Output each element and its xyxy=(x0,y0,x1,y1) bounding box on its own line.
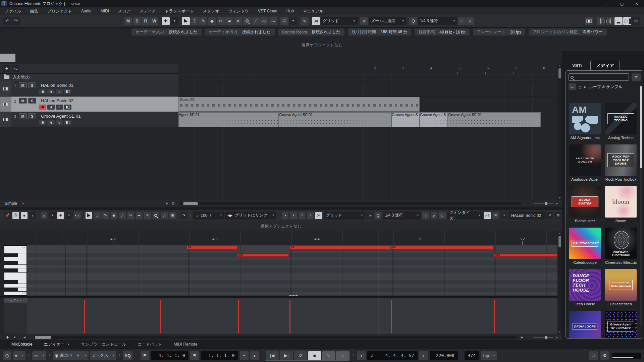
controller-lane-selector[interactable]: ベロシティー xyxy=(4,298,27,303)
zoom-out-icon[interactable]: − xyxy=(530,336,533,340)
drum-part[interactable]: Agent SE 01 xyxy=(178,112,279,127)
automation-button[interactable]: R xyxy=(142,17,150,25)
scroll-down-arrow[interactable]: ▼ xyxy=(557,331,562,333)
drum-part[interactable]: Groove Agent SE 01 xyxy=(448,112,541,127)
autoscroll-options-caret[interactable]: ▼ xyxy=(170,17,178,25)
lower-zone-toggle[interactable]: ▂ xyxy=(614,17,623,25)
info-segment[interactable]: Control Room 接続されました xyxy=(278,28,344,36)
line-tool[interactable]: ∕ xyxy=(252,17,260,25)
midi-record-quantize-dropdown[interactable]: ミックス▼ xyxy=(90,351,116,360)
midi-note[interactable]: C4 xyxy=(391,246,493,249)
instrument-icon[interactable] xyxy=(64,89,71,94)
tile-artwork[interactable]: Groove Agent SE LIBRARY xyxy=(605,311,637,339)
mute-button[interactable]: M xyxy=(19,98,27,104)
editor-line-tool[interactable]: ∕ xyxy=(161,212,168,219)
quantize-icon[interactable]: Q xyxy=(409,17,417,25)
editor-autoscroll-button[interactable]: ✚ xyxy=(57,212,64,219)
editor-playhead[interactable] xyxy=(378,231,378,334)
media-tile[interactable]: ROCK POP TOOLBOX DRUMS Rock Pop Toolbox xyxy=(605,144,637,181)
show-note-expression-icon[interactable]: ⌂ xyxy=(41,212,47,219)
close-lower-zone-icon[interactable]: ✕ xyxy=(3,0,6,4)
iterative-quantize-icon[interactable]: ⑂ xyxy=(458,17,466,25)
editor-mute-tool[interactable]: ✕ xyxy=(144,212,151,219)
mute-button[interactable]: M xyxy=(19,82,27,88)
project-horizontal-scrollbar[interactable] xyxy=(180,202,522,205)
info-segment[interactable]: プロジェクトのパン補正 均等パワー xyxy=(529,28,607,36)
media-tile[interactable]: DANCE FLOOR TECH HOUSE Tech House xyxy=(569,269,601,306)
instrument-icon[interactable] xyxy=(64,105,71,110)
menu-item[interactable]: スタジオ xyxy=(203,8,219,14)
show-part-borders-toggle[interactable]: ⌐¶ xyxy=(484,212,491,219)
tile-artwork[interactable]: AM xyxy=(569,103,601,134)
project-overview-thumb[interactable] xyxy=(0,54,15,62)
media-tile[interactable]: DRUM LOOPS xyxy=(569,311,601,339)
right-zone-toggle[interactable]: ▢▐ xyxy=(623,17,631,25)
drum-part[interactable]: Groove Agent SE 01 xyxy=(279,112,391,127)
close-button[interactable]: ✕ xyxy=(629,0,644,7)
piano-key[interactable] xyxy=(4,288,26,291)
scroll-down-arrow[interactable]: ▼ xyxy=(557,197,562,199)
midi-note[interactable]: C4 xyxy=(187,246,237,249)
transport-setup-gear-icon[interactable]: ⚙ xyxy=(600,351,609,360)
show-part-borders-icon[interactable]: ▣ xyxy=(169,212,176,219)
editor-quantize-panel-button[interactable]: e xyxy=(431,212,437,219)
menu-item[interactable]: トランスポート xyxy=(165,8,194,14)
editor-snap-toggle[interactable]: ⋊ xyxy=(315,212,322,219)
record-enable-button[interactable] xyxy=(39,105,46,110)
midi-note[interactable]: C4 xyxy=(289,246,390,249)
editor-glue-tool[interactable]: ▰ xyxy=(136,212,143,219)
editor-range-tool[interactable]: ⌶ xyxy=(94,212,101,219)
add-track-button[interactable]: ✚ xyxy=(3,65,10,72)
track-row[interactable]: 2 M S HALion Sonic 02 e xyxy=(0,97,178,112)
go-to-left-locator-button[interactable]: ⚑ xyxy=(141,351,149,360)
tab-caret-icon[interactable]: ▼ xyxy=(67,343,70,346)
scroll-up-arrow[interactable]: ▲ xyxy=(557,232,562,234)
acoustic-feedback-icon[interactable]: ◑ xyxy=(29,212,36,219)
automation-button[interactable]: S xyxy=(133,17,141,25)
media-tile[interactable]: ANALOGUE WONDER Analogue W...er xyxy=(569,144,601,181)
monitor-button[interactable] xyxy=(47,89,55,94)
info-segment[interactable]: オーディオ出力 接続されました xyxy=(205,28,275,36)
media-tile[interactable]: bloom Bloom xyxy=(605,186,637,223)
insert-velocity-box[interactable]: ↓♪100 ⇕▼ xyxy=(193,212,224,220)
open-in-window-icon[interactable]: ↗ xyxy=(546,212,553,219)
split-tool[interactable]: ✂ xyxy=(217,17,225,25)
editor-autoscroll-caret[interactable]: ▼ xyxy=(66,212,72,219)
editor-trim-tool[interactable]: ∕ xyxy=(119,212,126,219)
io-channels-row[interactable]: 入力/出力 xyxy=(0,74,178,81)
zoom-out-icon[interactable]: − xyxy=(530,201,533,206)
lower-zone-tab[interactable]: サンプラーコントロール▼ xyxy=(81,342,126,347)
horizontal-zoom-control[interactable]: − ＋ xyxy=(530,201,559,206)
mute-tool[interactable]: ✕ xyxy=(234,17,242,25)
project-ruler[interactable]: 2 3 4 5 6 7 xyxy=(178,64,557,74)
active-part-selector[interactable]: HALion Sonic 02 xyxy=(509,212,545,220)
tile-artwork[interactable]: DRUM LOOPS xyxy=(569,311,601,339)
midi-record-mode-dropdown[interactable]: ◉ 新規パート▼ xyxy=(53,351,89,360)
record-in-editor-button[interactable]: ● xyxy=(21,212,28,219)
play-tool[interactable]: ◁› xyxy=(260,17,268,25)
auto-quantize-button[interactable]: AQ xyxy=(123,351,132,360)
punch-in-button[interactable]: ▼ xyxy=(240,351,249,360)
tap-tempo-button[interactable]: Tap▼ xyxy=(481,351,497,360)
inspector-zone-toggle[interactable]: ▢▏ xyxy=(606,17,614,25)
piano-key[interactable] xyxy=(4,276,26,280)
menu-item[interactable]: VST Cloud xyxy=(258,9,277,13)
piano-key[interactable] xyxy=(4,261,26,265)
grid-type-dropdown[interactable]: ズームに適応▼ xyxy=(369,17,407,25)
autoscroll-button[interactable]: ✚ xyxy=(162,17,170,25)
scroll-up-arrow[interactable]: ▲ xyxy=(557,64,562,67)
tile-artwork[interactable]: ROCK POP TOOLBOX DRUMS xyxy=(605,144,637,176)
note-length-link-dropdown[interactable]: ◀▶グリッドにリンク▼ xyxy=(225,212,276,220)
editor-setup-gear-icon[interactable]: ⚙ xyxy=(555,212,561,219)
menu-item[interactable]: ファイル xyxy=(5,8,21,14)
lower-zone-tab[interactable]: コードパッド▼ xyxy=(138,342,162,347)
snap-type-dropdown[interactable]: グリッド▼ xyxy=(321,17,358,25)
go-to-previous-marker-button[interactable]: |◀ xyxy=(266,351,279,360)
editor-snap-type-dropdown[interactable]: グリッド▼ xyxy=(324,212,365,220)
constrain-delay-compensation-button[interactable]: ◷ xyxy=(3,351,11,360)
project-vertical-scrollbar[interactable]: ▲ ▼ xyxy=(557,64,562,200)
caret-down-icon[interactable]: ▼ xyxy=(165,201,169,206)
piano-key[interactable] xyxy=(4,253,26,257)
audio-record-mode-button[interactable]: 〰▼ xyxy=(32,351,46,360)
piano-key[interactable]: C3 xyxy=(4,292,26,295)
